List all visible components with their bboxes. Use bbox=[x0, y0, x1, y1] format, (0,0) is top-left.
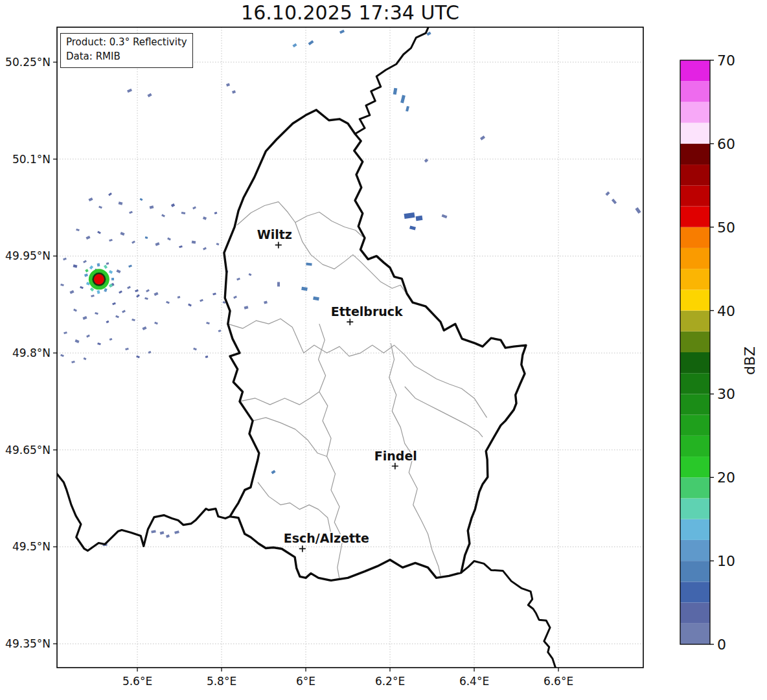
radar-echo bbox=[181, 212, 185, 214]
colorbar-segment bbox=[680, 477, 710, 498]
radar-echo bbox=[226, 83, 230, 86]
france-germany-border bbox=[461, 561, 558, 676]
x-tick-label: 6°E bbox=[296, 675, 315, 688]
radar-echo bbox=[142, 326, 146, 330]
plot-frame bbox=[57, 27, 643, 668]
colorbar-segment bbox=[680, 561, 710, 581]
radar-echo bbox=[127, 89, 132, 93]
radar-echo bbox=[71, 361, 75, 363]
radar-echo bbox=[188, 304, 192, 307]
radar-echo bbox=[200, 299, 203, 302]
radar-echo bbox=[161, 214, 165, 218]
radar-site-echo bbox=[94, 274, 104, 284]
radar-echo bbox=[406, 106, 409, 112]
colorbar-segment bbox=[680, 269, 710, 289]
colorbar-segment bbox=[680, 352, 710, 373]
city-marker bbox=[347, 319, 353, 325]
radar-echo bbox=[179, 245, 183, 248]
radar-echo bbox=[63, 258, 67, 261]
radar-echo bbox=[84, 357, 87, 360]
colorbar-tick-label: 10 bbox=[717, 553, 735, 569]
colorbar-tick-label: 70 bbox=[717, 52, 735, 69]
district-border bbox=[253, 418, 326, 457]
y-tick-label: 49.65°N bbox=[5, 444, 51, 457]
radar-map-page: 16.10.2025 17:34 UTC WiltzEttelbruckFind… bbox=[0, 0, 767, 700]
radar-echo bbox=[85, 269, 88, 272]
radar-echo bbox=[80, 286, 84, 289]
district-border bbox=[405, 387, 483, 437]
radar-echo bbox=[192, 207, 196, 210]
radar-echo bbox=[129, 211, 133, 214]
x-tick-label: 6.2°E bbox=[375, 675, 405, 688]
colorbar-segment bbox=[680, 248, 710, 269]
radar-echo bbox=[409, 225, 416, 230]
y-tick-label: 50.25°N bbox=[5, 56, 51, 69]
radar-echo bbox=[127, 286, 131, 289]
colorbar-segment bbox=[680, 289, 710, 310]
radar-echo bbox=[74, 339, 79, 343]
city-marker bbox=[299, 545, 306, 552]
radar-echo bbox=[203, 247, 207, 251]
colorbar-segment bbox=[680, 185, 710, 206]
radar-echo bbox=[128, 265, 132, 268]
radar-echo bbox=[233, 296, 237, 299]
radar-echo bbox=[177, 296, 181, 299]
radar-echo bbox=[86, 335, 90, 338]
radar-echo bbox=[98, 206, 102, 209]
radar-echo bbox=[109, 270, 113, 274]
colorbar-segment bbox=[680, 394, 710, 414]
radar-echo bbox=[154, 322, 158, 325]
radar-echo bbox=[97, 263, 100, 267]
radar-echo bbox=[136, 294, 140, 297]
radar-echo bbox=[166, 301, 170, 304]
radar-echo bbox=[146, 289, 150, 292]
radar-echo bbox=[277, 282, 280, 287]
radar-echo bbox=[86, 236, 90, 240]
y-tick-label: 49.5°N bbox=[12, 540, 51, 553]
radar-echo bbox=[132, 240, 135, 243]
district-border bbox=[240, 392, 319, 405]
radar-echo bbox=[109, 338, 113, 341]
radar-echo bbox=[60, 284, 64, 286]
map-layers: WiltzEttelbruckFindelEsch/Alzette bbox=[57, 23, 647, 676]
radar-echo bbox=[112, 302, 116, 306]
radar-echo bbox=[393, 88, 398, 95]
radar-echo bbox=[136, 356, 140, 359]
y-tick-label: 50.1°N bbox=[12, 153, 51, 166]
y-tick-label: 49.35°N bbox=[5, 637, 51, 650]
colorbar-segment bbox=[680, 457, 710, 477]
colorbar-unit-label: dBZ bbox=[742, 346, 758, 375]
radar-echo bbox=[104, 265, 108, 269]
colorbar-tick-label: 50 bbox=[717, 220, 735, 236]
radar-echo bbox=[83, 260, 87, 263]
radar-echo bbox=[95, 312, 98, 315]
radar-echo bbox=[73, 309, 77, 312]
colorbar: 010203040506070 bbox=[680, 52, 735, 653]
gridlines bbox=[57, 27, 643, 668]
radar-echo bbox=[236, 278, 240, 281]
colorbar-segment bbox=[680, 581, 710, 602]
radar-echo bbox=[249, 273, 252, 276]
product-info-box: Product: 0.3° Reflectivity Data: RMIB bbox=[60, 33, 193, 68]
x-tick-label: 6.4°E bbox=[459, 675, 489, 688]
colorbar-tick-label: 60 bbox=[717, 136, 735, 152]
colorbar-segment bbox=[680, 207, 710, 227]
colorbar-segment bbox=[680, 164, 710, 185]
city-marker bbox=[392, 463, 398, 469]
colorbar-tick-label: 20 bbox=[717, 469, 735, 486]
axes: 5.6°E5.8°E6°E6.2°E6.4°E6.6°E50.25°N50.1°… bbox=[5, 27, 643, 688]
colorbar-segment bbox=[680, 373, 710, 394]
district-border bbox=[228, 319, 487, 418]
radar-echo bbox=[400, 95, 406, 104]
radar-echo bbox=[218, 330, 222, 332]
radar-echo bbox=[216, 243, 220, 245]
radar-echo bbox=[97, 290, 100, 294]
radar-echo bbox=[140, 198, 143, 201]
colorbar-segment bbox=[680, 415, 710, 436]
product-line: Product: 0.3° Reflectivity bbox=[66, 36, 187, 50]
colorbar-segment bbox=[680, 624, 710, 644]
radar-echo bbox=[442, 214, 448, 218]
radar-echo bbox=[212, 293, 216, 295]
radar-echo bbox=[154, 292, 158, 296]
colorbar-tick-label: 40 bbox=[717, 303, 735, 319]
